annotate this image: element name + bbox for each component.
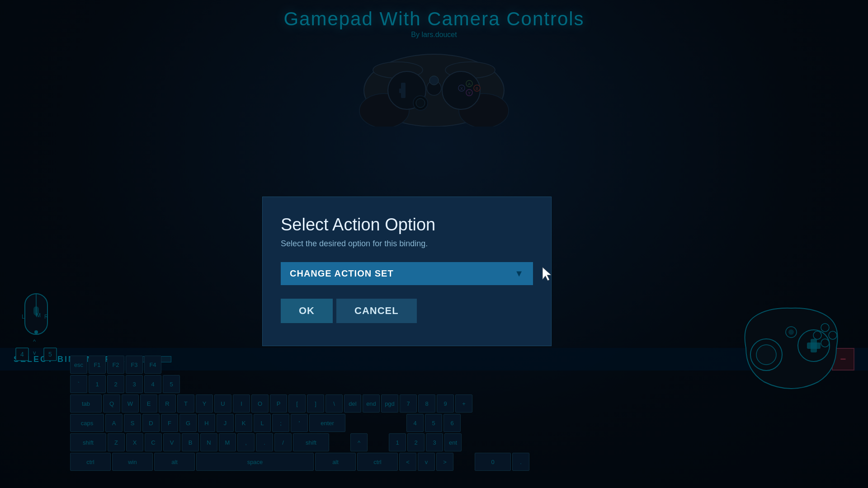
cancel-button[interactable]: CANCEL xyxy=(336,299,417,323)
modal-title: Select Action Option xyxy=(281,215,533,235)
dropdown-selected-value: CHANGE ACTION SET xyxy=(290,268,394,279)
cursor-icon xyxy=(540,266,553,282)
action-set-dropdown[interactable]: CHANGE ACTION SET ▼ xyxy=(281,262,533,285)
modal-buttons: OK CANCEL xyxy=(281,299,533,323)
modal-description: Select the desired option for this bindi… xyxy=(281,239,533,249)
modal-overlay: Select Action Option Select the desired … xyxy=(0,0,868,488)
modal-dialog: Select Action Option Select the desired … xyxy=(262,197,552,346)
dropdown-wrapper: CHANGE ACTION SET ▼ xyxy=(281,262,533,285)
ok-button[interactable]: OK xyxy=(281,299,333,323)
dropdown-arrow-icon: ▼ xyxy=(514,268,524,279)
